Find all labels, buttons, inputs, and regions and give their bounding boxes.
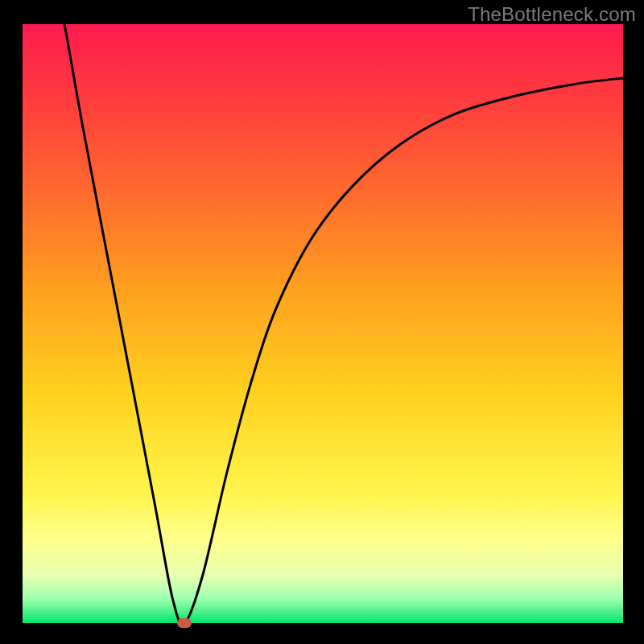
watermark-text: TheBottleneck.com: [468, 3, 636, 26]
curve-layer: [23, 24, 623, 623]
plot-area: [23, 24, 623, 623]
chart-frame: TheBottleneck.com: [0, 0, 644, 644]
bottleneck-curve: [64, 24, 623, 624]
optimum-marker: [177, 618, 192, 628]
